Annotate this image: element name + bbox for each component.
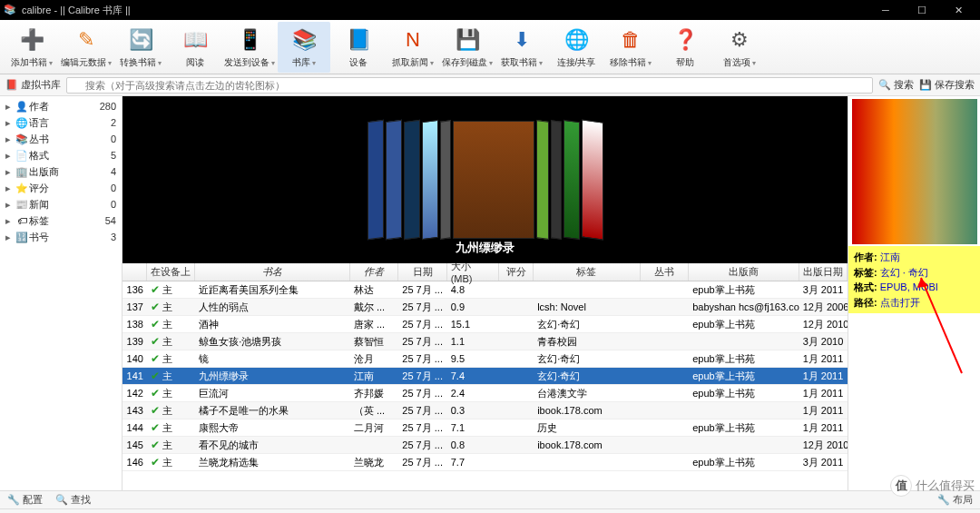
- cover-flow[interactable]: 九州缥缈录: [122, 96, 848, 263]
- cover-center[interactable]: [453, 121, 534, 239]
- tool-连接/共享[interactable]: 🌐连接/共享: [550, 22, 603, 73]
- col-header[interactable]: 出版日期: [799, 263, 848, 281]
- tool-icon: ⚙: [725, 25, 754, 54]
- check-icon: ✔: [151, 421, 160, 434]
- tool-编辑元数据[interactable]: ✎编辑元数据▾: [60, 22, 113, 73]
- sidebar-item-评分[interactable]: ▸⭐评分0: [0, 180, 122, 196]
- sidebar-item-新闻[interactable]: ▸📰新闻0: [0, 196, 122, 212]
- category-icon: 🌐: [15, 117, 29, 129]
- tool-阅读[interactable]: 📖阅读: [169, 22, 221, 73]
- tool-帮助[interactable]: ❓帮助: [659, 22, 711, 73]
- col-header[interactable]: 日期: [398, 263, 446, 281]
- svg-marker-1: [917, 278, 928, 288]
- sidebar-item-语言[interactable]: ▸🌐语言2: [0, 114, 122, 131]
- books-icon: 📕: [5, 79, 18, 91]
- search-icon: 🔍: [55, 494, 68, 506]
- check-icon: ✔: [151, 387, 160, 400]
- table-row[interactable]: 142 ✔ 主 巨流河 齐邦媛 25 7月 ... 2.4 台港澳文学 epub…: [122, 385, 848, 402]
- col-header[interactable]: 在设备上: [147, 263, 195, 281]
- tool-设备[interactable]: 📘设备: [332, 22, 385, 73]
- close-button[interactable]: ✕: [940, 0, 976, 20]
- tool-label: 保存到磁盘▾: [442, 56, 493, 69]
- chevron-right-icon: ▸: [5, 199, 15, 211]
- table-row[interactable]: 144 ✔ 主 康熙大帝 二月河 25 7月 ... 7.1 历史 epub掌上…: [122, 419, 848, 437]
- meta-tags-key: 标签:: [854, 265, 877, 281]
- tool-获取书籍[interactable]: ⬇获取书籍▾: [495, 22, 548, 73]
- table-row[interactable]: 138 ✔ 主 酒神 唐家 ... 25 7月 ... 15.1 玄幻·奇幻 e…: [122, 316, 848, 333]
- cover-preview[interactable]: [848, 96, 980, 246]
- col-header[interactable]: 书名: [195, 263, 350, 281]
- cover-thumb[interactable]: [368, 120, 384, 241]
- tool-首选项[interactable]: ⚙首选项▾: [713, 22, 766, 73]
- sidebar-item-作者[interactable]: ▸👤作者280: [0, 98, 122, 114]
- tool-label: 设备: [349, 56, 368, 69]
- col-header[interactable]: 标签: [534, 263, 641, 281]
- book-table: 在设备上书名作者日期大小 (MB)评分标签丛书出版商出版日期 136 ✔ 主 近…: [122, 263, 848, 490]
- config-button[interactable]: 🔧配置: [7, 493, 43, 507]
- cover-thumb[interactable]: [551, 120, 562, 240]
- search-input[interactable]: [66, 77, 873, 94]
- check-icon: ✔: [151, 352, 160, 365]
- table-row[interactable]: 143 ✔ 主 橘子不是唯一的水果 （英 ... 25 7月 ... 0.3 i…: [122, 402, 848, 419]
- category-icon: 📄: [15, 150, 29, 162]
- chevron-right-icon: ▸: [5, 133, 15, 145]
- sidebar-item-丛书[interactable]: ▸📚丛书0: [0, 131, 122, 147]
- cover-thumb[interactable]: [404, 120, 420, 241]
- search-bar: 📕 虚拟书库 ⚙ 🔍 搜索 💾 保存搜索: [0, 74, 980, 96]
- cover-thumb[interactable]: [422, 120, 438, 241]
- tool-保存到磁盘[interactable]: 💾保存到磁盘▾: [441, 22, 494, 73]
- meta-author-value[interactable]: 江南: [880, 250, 900, 265]
- category-icon: 🔢: [15, 232, 29, 243]
- find-button[interactable]: 🔍查找: [55, 493, 91, 507]
- sidebar-item-出版商[interactable]: ▸🏢出版商4: [0, 163, 122, 180]
- sidebar-item-格式[interactable]: ▸📄格式5: [0, 147, 122, 163]
- tool-书库[interactable]: 📚书库▾: [278, 22, 330, 73]
- chevron-right-icon: ▸: [5, 183, 15, 194]
- col-header[interactable]: [122, 263, 147, 281]
- col-header[interactable]: 评分: [499, 263, 534, 281]
- check-icon: ✔: [151, 370, 160, 382]
- col-header[interactable]: 出版商: [689, 263, 799, 281]
- col-header[interactable]: 丛书: [641, 263, 689, 281]
- maximize-button[interactable]: ☐: [904, 0, 940, 20]
- cover-thumb[interactable]: [386, 120, 402, 241]
- col-header[interactable]: 作者: [350, 263, 398, 281]
- table-row[interactable]: 139 ✔ 主 鲸鱼女孩·池塘男孩 蔡智恒 25 7月 ... 1.1 青春校园…: [122, 333, 848, 350]
- category-icon: 👤: [15, 101, 29, 113]
- tool-icon: 🗑: [616, 25, 645, 54]
- chevron-right-icon: ▸: [5, 232, 15, 243]
- wrench-icon: 🔧: [7, 494, 20, 506]
- virtual-library-button[interactable]: 📕 虚拟书库: [5, 78, 61, 92]
- table-row[interactable]: 146 ✔ 主 兰晓龙精选集 兰晓龙 25 7月 ... 7.7 epub掌上书…: [122, 454, 848, 471]
- search-button[interactable]: 🔍 搜索: [878, 78, 914, 92]
- sidebar-item-标签[interactable]: ▸🏷标签54: [0, 212, 122, 229]
- minimize-button[interactable]: ─: [867, 0, 904, 20]
- table-row[interactable]: 141 ✔ 主 九州缥缈录 江南 25 7月 ... 7.4 玄幻·奇幻 epu…: [122, 368, 848, 385]
- tool-添加书籍[interactable]: ➕添加书籍▾: [5, 22, 58, 73]
- chevron-right-icon: ▸: [5, 117, 15, 129]
- book-details-pane: 作者: 江南 标签: 玄幻 · 奇幻 格式: EPUB, MOBI 路径: 点击…: [848, 96, 980, 490]
- metadata-box: 作者: 江南 标签: 玄幻 · 奇幻 格式: EPUB, MOBI 路径: 点击…: [848, 246, 980, 313]
- coverflow-title: 九州缥缈录: [456, 240, 514, 256]
- category-icon: 📰: [15, 199, 29, 211]
- tool-icon: ➕: [17, 25, 46, 54]
- tool-发送到设备[interactable]: 📱发送到设备▾: [223, 22, 276, 73]
- table-row[interactable]: 145 ✔ 主 看不见的城市 25 7月 ... 0.8 ibook.178.c…: [122, 437, 848, 454]
- check-icon: ✔: [151, 439, 160, 451]
- category-icon: 📚: [15, 133, 29, 145]
- cover-thumb[interactable]: [564, 120, 580, 241]
- cover-thumb[interactable]: [440, 120, 451, 240]
- table-row[interactable]: 140 ✔ 主 镜 沧月 25 7月 ... 9.5 玄幻·奇幻 epub掌上书…: [122, 350, 848, 368]
- tool-抓取新闻[interactable]: N抓取新闻▾: [387, 22, 439, 73]
- col-header[interactable]: 大小 (MB): [447, 263, 499, 281]
- save-search-button[interactable]: 💾 保存搜索: [919, 78, 975, 92]
- tool-转换书籍[interactable]: 🔄转换书籍▾: [114, 22, 167, 73]
- tool-移除书籍[interactable]: 🗑移除书籍▾: [604, 22, 657, 73]
- cover-thumb[interactable]: [536, 120, 549, 240]
- sidebar-item-书号[interactable]: ▸🔢书号3: [0, 229, 122, 245]
- cover-thumb[interactable]: [582, 119, 603, 240]
- table-header: 在设备上书名作者日期大小 (MB)评分标签丛书出版商出版日期: [122, 263, 848, 281]
- table-row[interactable]: 137 ✔ 主 人性的弱点 戴尔 ... 25 7月 ... 0.9 lcsh:…: [122, 299, 848, 316]
- status-bar: calibre 4.21 [64bit] ...... 已连接 Amazon K…: [0, 508, 980, 513]
- annotation-arrow: [912, 273, 966, 382]
